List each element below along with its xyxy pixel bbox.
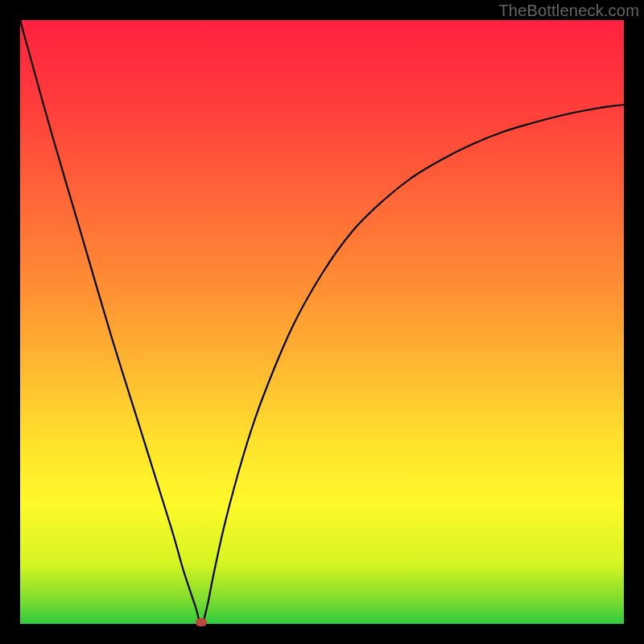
- watermark-text: TheBottleneck.com: [498, 2, 639, 20]
- plot-area: [20, 20, 624, 624]
- chart-container: TheBottleneck.com: [0, 0, 644, 644]
- bottleneck-curve: [20, 20, 624, 624]
- minimum-marker: [196, 618, 207, 626]
